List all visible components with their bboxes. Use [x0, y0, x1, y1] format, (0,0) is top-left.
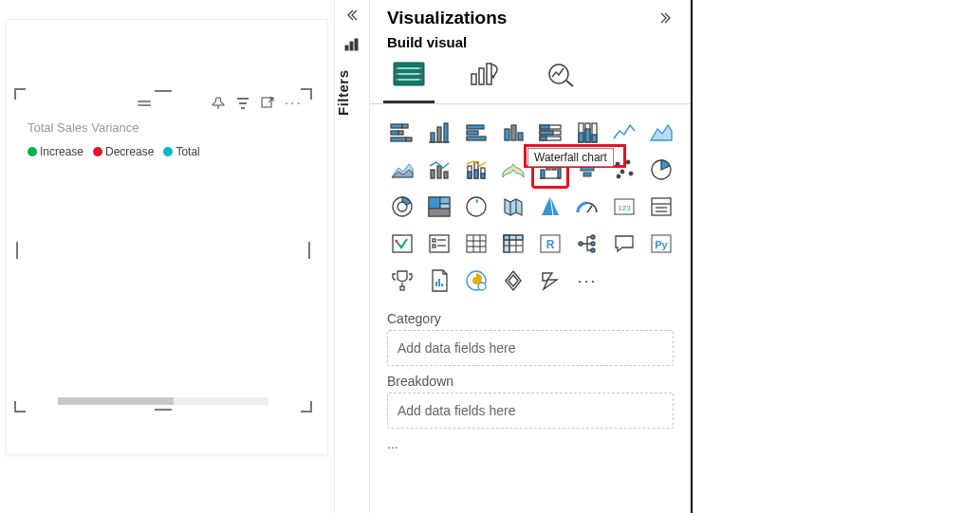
- svg-rect-114: [441, 284, 443, 286]
- resize-handle[interactable]: [155, 409, 172, 411]
- filled-map-icon[interactable]: [496, 190, 530, 224]
- qna-visual-icon[interactable]: [607, 227, 641, 261]
- focus-mode-icon[interactable]: [260, 96, 275, 111]
- svg-rect-54: [481, 174, 485, 178]
- svg-rect-46: [431, 170, 435, 178]
- arcgis-map-icon[interactable]: [459, 264, 493, 298]
- paginated-report-icon[interactable]: [422, 264, 456, 298]
- svg-rect-85: [430, 235, 449, 252]
- tab-build-visual[interactable]: [387, 56, 431, 92]
- svg-text:R: R: [546, 238, 555, 251]
- visual-title: Total Sales Variance: [28, 120, 139, 135]
- svg-point-67: [617, 174, 620, 178]
- svg-rect-52: [474, 170, 478, 178]
- collapse-pane-icon[interactable]: [658, 10, 674, 26]
- svg-rect-23: [406, 137, 412, 141]
- key-influencers-icon[interactable]: [385, 264, 419, 298]
- kpi-icon[interactable]: [385, 227, 419, 261]
- resize-handle[interactable]: [16, 242, 18, 259]
- visual-placeholder[interactable]: ··· Total Sales Variance Increase Decrea…: [20, 94, 306, 407]
- map-icon[interactable]: < path d="M4 14h20M14 4c4 5 4 15 0 20M14…: [459, 190, 493, 224]
- legend-item: Increase: [28, 145, 83, 158]
- treemap-chart-icon[interactable]: [422, 190, 456, 224]
- svg-rect-43: [585, 129, 590, 142]
- stacked-bar-chart-icon[interactable]: [385, 116, 419, 150]
- svg-point-64: [626, 160, 630, 164]
- donut-chart-icon[interactable]: [385, 190, 419, 224]
- svg-rect-62: [583, 173, 591, 176]
- svg-rect-31: [505, 129, 509, 140]
- svg-rect-22: [391, 137, 406, 141]
- svg-rect-29: [467, 131, 478, 135]
- stacked-column-chart-icon[interactable]: [459, 116, 493, 150]
- azure-map-icon[interactable]: [533, 190, 567, 224]
- gauge-chart-icon[interactable]: [570, 190, 604, 224]
- clustered-bar-chart-icon[interactable]: [422, 116, 456, 150]
- report-canvas: ··· Total Sales Variance Increase Decrea…: [0, 0, 334, 513]
- svg-rect-47: [437, 166, 441, 178]
- svg-rect-110: [400, 286, 404, 290]
- svg-point-66: [629, 172, 633, 175]
- multi-row-card-icon[interactable]: [644, 190, 678, 224]
- field-well-breakdown: Breakdown Add data fields here: [370, 368, 691, 431]
- resize-handle[interactable]: [14, 88, 26, 100]
- svg-rect-113: [438, 279, 440, 286]
- svg-rect-28: [467, 125, 484, 129]
- svg-rect-80: [652, 198, 671, 215]
- tab-format-visual[interactable]: [463, 56, 507, 92]
- svg-rect-33: [518, 133, 523, 140]
- svg-rect-45: [592, 135, 597, 142]
- filters-pane-collapsed[interactable]: Filters: [334, 0, 370, 513]
- resize-handle[interactable]: [155, 90, 172, 92]
- svg-rect-112: [435, 282, 437, 286]
- visualizations-pane: Visualizations Build visual: [370, 0, 693, 513]
- line-stacked-column-icon[interactable]: [459, 153, 493, 187]
- r-script-visual-icon[interactable]: R: [533, 227, 567, 261]
- svg-text:123: 123: [618, 204, 631, 212]
- field-well-dropzone[interactable]: Add data fields here: [387, 330, 674, 366]
- slicer-icon[interactable]: [422, 227, 456, 261]
- resize-handle[interactable]: [301, 401, 312, 412]
- python-visual-icon[interactable]: Py: [644, 227, 678, 261]
- drag-grip-icon[interactable]: [138, 101, 151, 106]
- svg-point-8: [396, 67, 398, 69]
- resize-handle[interactable]: [308, 242, 310, 259]
- svg-rect-97: [504, 235, 509, 252]
- svg-rect-84: [393, 235, 412, 252]
- svg-rect-2: [350, 42, 353, 50]
- decomposition-tree-icon[interactable]: [570, 227, 604, 261]
- card-icon[interactable]: 123: [607, 190, 641, 224]
- svg-rect-26: [444, 123, 448, 142]
- visual-legend: Increase Decrease Total: [28, 145, 200, 158]
- svg-rect-25: [437, 127, 441, 142]
- svg-rect-39: [540, 137, 546, 140]
- horizontal-scrollbar[interactable]: [58, 397, 268, 405]
- area-chart-icon[interactable]: [644, 116, 678, 150]
- table-icon[interactable]: [459, 227, 493, 261]
- resize-handle[interactable]: [301, 88, 312, 100]
- resize-handle[interactable]: [14, 401, 26, 412]
- field-well-dropzone[interactable]: Add data fields here: [387, 393, 674, 429]
- svg-rect-3: [355, 39, 358, 50]
- svg-rect-90: [467, 235, 486, 252]
- svg-rect-24: [431, 133, 435, 142]
- svg-rect-41: [579, 133, 583, 142]
- build-visual-label: Build visual: [370, 32, 691, 52]
- legend-item: Total: [163, 145, 199, 158]
- matrix-icon[interactable]: [496, 227, 530, 261]
- expand-filters-icon[interactable]: [335, 8, 369, 27]
- svg-point-104: [579, 242, 582, 246]
- pie-chart-icon[interactable]: [644, 153, 678, 187]
- tab-analytics[interactable]: [539, 56, 582, 92]
- svg-rect-32: [511, 125, 516, 140]
- svg-rect-21: [398, 131, 403, 135]
- line-clustered-column-icon[interactable]: [422, 153, 456, 187]
- pin-icon[interactable]: [211, 96, 226, 111]
- filter-icon[interactable]: [235, 96, 250, 111]
- svg-line-77: [587, 206, 592, 212]
- power-automate-icon[interactable]: [533, 264, 567, 298]
- more-visuals-icon[interactable]: ···: [570, 264, 604, 298]
- stacked-area-chart-icon[interactable]: [385, 153, 419, 187]
- power-apps-icon[interactable]: [496, 264, 530, 298]
- field-well-label: Breakdown: [387, 374, 674, 389]
